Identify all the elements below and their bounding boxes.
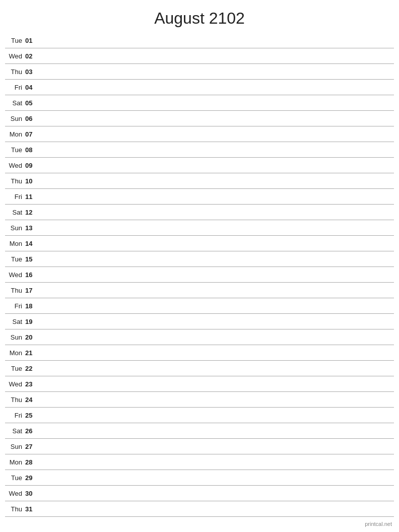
table-row: Mon21	[5, 345, 394, 361]
table-row: Wed30	[5, 486, 394, 501]
day-number: 09	[24, 162, 38, 169]
day-number: 19	[24, 318, 38, 325]
day-number: 31	[24, 505, 38, 513]
day-number: 05	[24, 99, 38, 107]
table-row: Thu31	[5, 501, 394, 517]
table-row: Sat26	[5, 423, 394, 439]
table-row: Fri11	[5, 189, 394, 205]
day-number: 03	[24, 68, 38, 76]
table-row: Wed09	[5, 158, 394, 173]
day-number: 11	[24, 193, 38, 201]
day-name: Wed	[5, 271, 24, 279]
table-row: Sun06	[5, 111, 394, 126]
day-name: Sat	[5, 99, 24, 107]
table-row: Tue29	[5, 470, 394, 486]
day-name: Thu	[5, 287, 24, 294]
day-name: Tue	[5, 37, 24, 44]
day-name: Thu	[5, 177, 24, 185]
day-name: Thu	[5, 396, 24, 404]
day-number: 04	[24, 84, 38, 91]
table-row: Wed16	[5, 267, 394, 283]
table-row: Thu03	[5, 64, 394, 80]
day-name: Sun	[5, 115, 24, 122]
day-name: Mon	[5, 349, 24, 357]
table-row: Mon07	[5, 126, 394, 142]
page-title: August 2102	[0, 0, 399, 33]
table-row: Thu24	[5, 392, 394, 408]
day-number: 29	[24, 474, 38, 482]
calendar-rows: Tue01Wed02Thu03Fri04Sat05Sun06Mon07Tue08…	[0, 33, 399, 517]
table-row: Tue15	[5, 251, 394, 267]
day-number: 18	[24, 302, 38, 310]
day-number: 22	[24, 365, 38, 372]
day-name: Sun	[5, 443, 24, 450]
day-number: 30	[24, 490, 38, 497]
table-row: Tue08	[5, 142, 394, 158]
table-row: Tue01	[5, 33, 394, 48]
table-row: Tue22	[5, 361, 394, 376]
day-name: Sat	[5, 209, 24, 216]
day-name: Sun	[5, 224, 24, 232]
day-name: Mon	[5, 458, 24, 466]
day-number: 23	[24, 380, 38, 388]
day-number: 25	[24, 412, 38, 419]
day-number: 13	[24, 224, 38, 232]
table-row: Wed02	[5, 48, 394, 64]
day-number: 01	[24, 37, 38, 44]
table-row: Thu17	[5, 283, 394, 298]
day-number: 06	[24, 115, 38, 122]
day-name: Wed	[5, 380, 24, 388]
day-name: Tue	[5, 146, 24, 154]
day-number: 24	[24, 396, 38, 404]
day-number: 28	[24, 458, 38, 466]
day-name: Tue	[5, 365, 24, 372]
day-name: Tue	[5, 474, 24, 482]
day-name: Sun	[5, 334, 24, 341]
day-name: Fri	[5, 412, 24, 419]
day-number: 17	[24, 287, 38, 294]
day-name: Sat	[5, 318, 24, 325]
day-number: 20	[24, 334, 38, 341]
day-number: 10	[24, 177, 38, 185]
table-row: Fri18	[5, 298, 394, 314]
day-name: Wed	[5, 52, 24, 60]
day-name: Fri	[5, 302, 24, 310]
day-number: 27	[24, 443, 38, 450]
table-row: Fri25	[5, 408, 394, 423]
day-name: Sat	[5, 427, 24, 435]
table-row: Sun13	[5, 220, 394, 236]
table-row: Fri04	[5, 80, 394, 95]
day-number: 26	[24, 427, 38, 435]
day-number: 14	[24, 240, 38, 247]
table-row: Sun20	[5, 329, 394, 345]
table-row: Sun27	[5, 439, 394, 454]
day-name: Mon	[5, 240, 24, 247]
day-name: Mon	[5, 130, 24, 138]
table-row: Sat05	[5, 95, 394, 111]
footer-label: printcal.net	[365, 521, 392, 527]
table-row: Sat19	[5, 314, 394, 329]
day-number: 16	[24, 271, 38, 279]
table-row: Mon14	[5, 236, 394, 251]
day-number: 12	[24, 209, 38, 216]
day-name: Wed	[5, 490, 24, 497]
table-row: Thu10	[5, 173, 394, 189]
table-row: Wed23	[5, 376, 394, 392]
day-name: Wed	[5, 162, 24, 169]
table-row: Sat12	[5, 205, 394, 220]
day-number: 02	[24, 52, 38, 60]
day-name: Fri	[5, 193, 24, 201]
day-name: Tue	[5, 255, 24, 263]
day-number: 15	[24, 255, 38, 263]
day-number: 21	[24, 349, 38, 357]
day-number: 08	[24, 146, 38, 154]
day-name: Thu	[5, 505, 24, 513]
day-name: Fri	[5, 84, 24, 91]
table-row: Mon28	[5, 454, 394, 470]
day-number: 07	[24, 130, 38, 138]
day-name: Thu	[5, 68, 24, 76]
